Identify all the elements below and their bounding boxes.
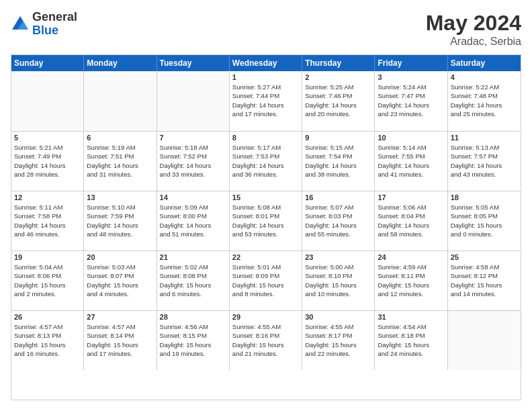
day-number: 8 — [232, 134, 299, 142]
calendar-cell: 6Sunrise: 5:19 AM Sunset: 7:51 PM Daylig… — [84, 132, 157, 191]
calendar-cell: 30Sunrise: 4:55 AM Sunset: 8:17 PM Dayli… — [302, 311, 375, 370]
day-number: 19 — [14, 253, 81, 261]
day-number: 16 — [305, 193, 371, 201]
cell-info: Sunrise: 5:03 AM Sunset: 8:07 PM Dayligh… — [87, 263, 153, 298]
calendar-cell: 20Sunrise: 5:03 AM Sunset: 8:07 PM Dayli… — [84, 251, 157, 310]
calendar-cell: 21Sunrise: 5:02 AM Sunset: 8:08 PM Dayli… — [157, 251, 230, 310]
cell-info: Sunrise: 5:08 AM Sunset: 8:01 PM Dayligh… — [232, 203, 299, 238]
day-number: 31 — [378, 313, 444, 321]
calendar-cell: 29Sunrise: 4:55 AM Sunset: 8:16 PM Dayli… — [230, 311, 302, 370]
cell-info: Sunrise: 5:04 AM Sunset: 8:06 PM Dayligh… — [14, 263, 81, 298]
cell-info: Sunrise: 5:13 AM Sunset: 7:57 PM Dayligh… — [451, 143, 518, 179]
day-number: 14 — [160, 193, 226, 201]
day-number: 1 — [232, 73, 299, 81]
cell-info: Sunrise: 4:55 AM Sunset: 8:17 PM Dayligh… — [305, 322, 371, 358]
calendar-cell: 19Sunrise: 5:04 AM Sunset: 8:06 PM Dayli… — [11, 251, 84, 310]
weekday-header: Tuesday — [157, 55, 230, 71]
calendar-cell: 15Sunrise: 5:08 AM Sunset: 8:01 PM Dayli… — [230, 191, 302, 250]
calendar-cell: 17Sunrise: 5:06 AM Sunset: 8:04 PM Dayli… — [375, 191, 447, 250]
day-number: 2 — [305, 73, 371, 81]
day-number: 23 — [305, 253, 371, 261]
day-number: 22 — [232, 253, 299, 261]
day-number: 18 — [451, 193, 518, 201]
day-number: 6 — [87, 134, 153, 142]
day-number: 30 — [305, 313, 371, 321]
calendar-cell: 27Sunrise: 4:57 AM Sunset: 8:14 PM Dayli… — [84, 311, 157, 370]
logo-icon — [11, 15, 30, 34]
day-number: 20 — [87, 253, 153, 261]
day-number: 25 — [451, 253, 518, 261]
calendar-cell: 25Sunrise: 4:58 AM Sunset: 8:12 PM Dayli… — [448, 251, 521, 310]
calendar-cell: 8Sunrise: 5:17 AM Sunset: 7:53 PM Daylig… — [230, 132, 302, 191]
calendar-cell: 23Sunrise: 5:00 AM Sunset: 8:10 PM Dayli… — [302, 251, 375, 310]
calendar-cell: 7Sunrise: 5:18 AM Sunset: 7:52 PM Daylig… — [157, 132, 230, 191]
day-number: 11 — [451, 134, 518, 142]
calendar-cell: 12Sunrise: 5:11 AM Sunset: 7:58 PM Dayli… — [11, 191, 84, 250]
header: General Blue May 2024 Aradac, Serbia — [11, 11, 521, 48]
month-year: May 2024 — [426, 11, 521, 36]
calendar-cell: 28Sunrise: 4:56 AM Sunset: 8:15 PM Dayli… — [157, 311, 230, 370]
calendar: SundayMondayTuesdayWednesdayThursdayFrid… — [11, 54, 521, 400]
calendar-cell: 14Sunrise: 5:09 AM Sunset: 8:00 PM Dayli… — [157, 191, 230, 250]
cell-info: Sunrise: 5:05 AM Sunset: 8:05 PM Dayligh… — [451, 203, 518, 238]
title-section: May 2024 Aradac, Serbia — [426, 11, 521, 48]
cell-info: Sunrise: 5:25 AM Sunset: 7:46 PM Dayligh… — [305, 83, 371, 118]
weekday-header: Friday — [375, 55, 447, 71]
calendar-cell: 16Sunrise: 5:07 AM Sunset: 8:03 PM Dayli… — [302, 191, 375, 250]
logo-text: General Blue — [32, 11, 77, 38]
page: General Blue May 2024 Aradac, Serbia Sun… — [0, 0, 532, 411]
cell-info: Sunrise: 5:02 AM Sunset: 8:08 PM Dayligh… — [160, 263, 226, 298]
day-number: 7 — [160, 134, 226, 142]
cell-info: Sunrise: 5:18 AM Sunset: 7:52 PM Dayligh… — [160, 143, 226, 179]
day-number: 10 — [378, 134, 444, 142]
day-number: 17 — [378, 193, 444, 201]
calendar-cell: 22Sunrise: 5:01 AM Sunset: 8:09 PM Dayli… — [230, 251, 302, 310]
cell-info: Sunrise: 5:14 AM Sunset: 7:55 PM Dayligh… — [378, 143, 444, 179]
cell-info: Sunrise: 5:10 AM Sunset: 7:59 PM Dayligh… — [87, 203, 153, 238]
cell-info: Sunrise: 5:21 AM Sunset: 7:49 PM Dayligh… — [14, 143, 81, 179]
day-number: 9 — [305, 134, 371, 142]
day-number: 29 — [232, 313, 299, 321]
cell-info: Sunrise: 5:24 AM Sunset: 7:47 PM Dayligh… — [378, 83, 444, 118]
day-number: 24 — [378, 253, 444, 261]
cell-info: Sunrise: 5:09 AM Sunset: 8:00 PM Dayligh… — [160, 203, 226, 238]
calendar-row: 12Sunrise: 5:11 AM Sunset: 7:58 PM Dayli… — [11, 191, 521, 250]
calendar-row: 19Sunrise: 5:04 AM Sunset: 8:06 PM Dayli… — [11, 250, 521, 310]
cell-info: Sunrise: 5:07 AM Sunset: 8:03 PM Dayligh… — [305, 203, 371, 238]
weekday-header: Saturday — [448, 55, 521, 71]
day-number: 4 — [451, 73, 518, 81]
weekday-header: Wednesday — [230, 55, 302, 71]
calendar-cell: 24Sunrise: 4:59 AM Sunset: 8:11 PM Dayli… — [375, 251, 447, 310]
calendar-cell: 4Sunrise: 5:22 AM Sunset: 7:48 PM Daylig… — [448, 71, 521, 131]
cell-info: Sunrise: 4:57 AM Sunset: 8:13 PM Dayligh… — [14, 322, 81, 358]
cell-info: Sunrise: 5:06 AM Sunset: 8:04 PM Dayligh… — [378, 203, 444, 238]
calendar-cell: 31Sunrise: 4:54 AM Sunset: 8:18 PM Dayli… — [375, 311, 447, 370]
day-number: 5 — [14, 134, 81, 142]
cell-info: Sunrise: 5:01 AM Sunset: 8:09 PM Dayligh… — [232, 263, 299, 298]
day-number: 28 — [160, 313, 226, 321]
calendar-body: 1Sunrise: 5:27 AM Sunset: 7:44 PM Daylig… — [11, 71, 521, 370]
logo: General Blue — [11, 11, 77, 38]
cell-info: Sunrise: 5:15 AM Sunset: 7:54 PM Dayligh… — [305, 143, 371, 179]
calendar-cell — [84, 71, 157, 131]
cell-info: Sunrise: 5:22 AM Sunset: 7:48 PM Dayligh… — [451, 83, 518, 118]
cell-info: Sunrise: 4:59 AM Sunset: 8:11 PM Dayligh… — [378, 263, 444, 298]
cell-info: Sunrise: 5:17 AM Sunset: 7:53 PM Dayligh… — [232, 143, 299, 179]
cell-info: Sunrise: 5:27 AM Sunset: 7:44 PM Dayligh… — [232, 83, 299, 118]
cell-info: Sunrise: 4:54 AM Sunset: 8:18 PM Dayligh… — [378, 322, 444, 358]
day-number: 26 — [14, 313, 81, 321]
day-number: 13 — [87, 193, 153, 201]
calendar-cell — [448, 311, 521, 370]
calendar-cell — [11, 71, 84, 131]
cell-info: Sunrise: 5:00 AM Sunset: 8:10 PM Dayligh… — [305, 263, 371, 298]
calendar-cell: 10Sunrise: 5:14 AM Sunset: 7:55 PM Dayli… — [375, 132, 447, 191]
calendar-cell: 2Sunrise: 5:25 AM Sunset: 7:46 PM Daylig… — [302, 71, 375, 131]
calendar-cell — [157, 71, 230, 131]
cell-info: Sunrise: 4:58 AM Sunset: 8:12 PM Dayligh… — [451, 263, 518, 298]
calendar-row: 26Sunrise: 4:57 AM Sunset: 8:13 PM Dayli… — [11, 310, 521, 370]
weekday-header: Thursday — [302, 55, 375, 71]
cell-info: Sunrise: 5:19 AM Sunset: 7:51 PM Dayligh… — [87, 143, 153, 179]
cell-info: Sunrise: 4:57 AM Sunset: 8:14 PM Dayligh… — [87, 322, 153, 358]
calendar-cell: 1Sunrise: 5:27 AM Sunset: 7:44 PM Daylig… — [230, 71, 302, 131]
calendar-row: 5Sunrise: 5:21 AM Sunset: 7:49 PM Daylig… — [11, 131, 521, 191]
